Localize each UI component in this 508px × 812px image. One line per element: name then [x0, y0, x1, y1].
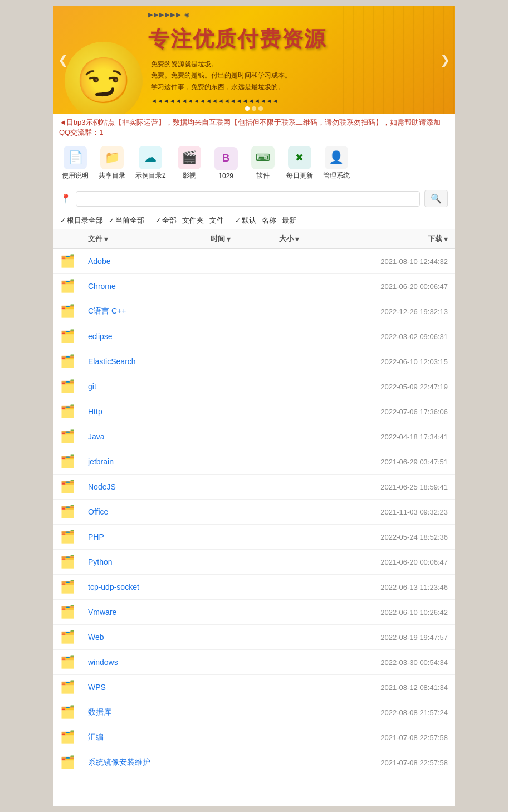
nav-example-dir2-label: 示例目录2: [135, 171, 166, 180]
table-row[interactable]: 🗂️ windows 2022-03-30 00:54:34: [53, 650, 455, 675]
header-size-col[interactable]: 大小 ▾: [279, 234, 348, 244]
table-row[interactable]: 🗂️ 系统镜像安装维护 2021-07-08 22:57:58: [53, 750, 455, 775]
folder-icon: 🗂️: [60, 680, 88, 694]
filter-sort-latest[interactable]: 最新: [282, 216, 296, 226]
filter-sort-latest-label: 最新: [282, 216, 296, 226]
file-name[interactable]: C语言 C++: [88, 306, 211, 316]
filter-sort-name[interactable]: 名称: [262, 216, 276, 226]
file-time: 2021-06-20 00:06:47: [348, 282, 448, 291]
file-time: 2021-08-12 08:41:34: [348, 683, 448, 692]
nav-shared-dir[interactable]: 📁 共享目录: [99, 146, 125, 180]
table-row[interactable]: 🗂️ 汇编 2021-07-08 22:57:58: [53, 725, 455, 750]
filter-type-all[interactable]: ✓ 全部: [155, 216, 177, 226]
file-list: 🗂️ Adobe 2021-08-10 12:44:32 🗂️ Chrome 2…: [53, 249, 455, 775]
file-name[interactable]: NodeJS: [88, 482, 211, 491]
filter-type-file[interactable]: 文件: [209, 216, 224, 226]
file-name[interactable]: Vmware: [88, 608, 211, 617]
file-name[interactable]: Http: [88, 407, 211, 416]
file-name[interactable]: PHP: [88, 532, 211, 541]
table-row[interactable]: 🗂️ eclipse 2022-03-02 09:06:31: [53, 324, 455, 349]
check-icon: ✓: [60, 217, 66, 224]
1029-icon: B: [214, 147, 238, 170]
file-time: 2022-04-18 17:34:41: [348, 433, 448, 441]
file-name[interactable]: ElasticSearch: [88, 357, 211, 366]
nav-usage-guide-label: 使用说明: [62, 171, 89, 180]
header-icon-col: [60, 234, 88, 244]
table-row[interactable]: 🗂️ Http 2022-07-06 17:36:06: [53, 399, 455, 424]
table-row[interactable]: 🗂️ tcp-udp-socket 2022-06-13 11:23:46: [53, 575, 455, 600]
file-name[interactable]: jetbrain: [88, 457, 211, 466]
file-time: 2022-06-13 11:23:46: [348, 583, 448, 591]
banner-dot-1[interactable]: [245, 106, 250, 111]
type-filter-group: ✓ 全部 文件夹 文件: [155, 216, 224, 226]
banner-emoji: 😏: [65, 42, 143, 114]
header-file-col[interactable]: 文件 ▾: [88, 234, 211, 244]
file-name[interactable]: Java: [88, 432, 211, 441]
table-row[interactable]: 🗂️ Java 2022-04-18 17:34:41: [53, 424, 455, 449]
file-name[interactable]: WPS: [88, 683, 211, 692]
nav-movies-label: 影视: [183, 171, 196, 180]
file-name[interactable]: eclipse: [88, 332, 211, 341]
file-time: 2022-05-09 22:47:19: [348, 383, 448, 391]
file-name[interactable]: windows: [88, 658, 211, 667]
search-button[interactable]: 🔍: [424, 190, 448, 207]
header-time-col[interactable]: 时间 ▾: [211, 234, 279, 244]
filter-sort-default[interactable]: ✓ 默认: [235, 216, 256, 226]
file-name[interactable]: tcp-udp-socket: [88, 583, 211, 591]
table-row[interactable]: 🗂️ Office 2021-11-03 09:32:23: [53, 500, 455, 525]
file-name[interactable]: Chrome: [88, 282, 211, 291]
table-row[interactable]: 🗂️ ElasticSearch 2022-06-10 12:03:15: [53, 349, 455, 374]
file-name[interactable]: Office: [88, 507, 211, 516]
nav-icons: 📄 使用说明 📁 共享目录 ☁ 示例目录2 🎬 影视 B 1029 ⌨ 软件 ✖…: [53, 141, 455, 185]
sort-arrow-file: ▾: [104, 235, 108, 243]
software-icon: ⌨: [251, 146, 275, 169]
filter-root-all-label: 根目录全部: [67, 216, 103, 226]
table-row[interactable]: 🗂️ C语言 C++ 2022-12-26 19:32:13: [53, 299, 455, 324]
file-time: 2022-05-24 18:52:36: [348, 533, 448, 541]
filter-type-folder[interactable]: 文件夹: [182, 216, 204, 226]
table-row[interactable]: 🗂️ PHP 2022-05-24 18:52:36: [53, 525, 455, 550]
check-icon: ✓: [109, 217, 114, 224]
table-row[interactable]: 🗂️ Chrome 2021-06-20 00:06:47: [53, 274, 455, 299]
nav-usage-guide[interactable]: 📄 使用说明: [62, 146, 89, 180]
file-name[interactable]: git: [88, 382, 211, 391]
header-download-col[interactable]: 下载 ▾: [348, 234, 448, 244]
file-name[interactable]: Adobe: [88, 257, 211, 266]
file-name[interactable]: 汇编: [88, 732, 211, 742]
file-name[interactable]: 系统镜像安装维护: [88, 757, 211, 767]
file-time: 2021-06-25 18:59:41: [348, 483, 448, 491]
table-row[interactable]: 🗂️ WPS 2021-08-12 08:41:34: [53, 675, 455, 700]
nav-movies[interactable]: 🎬 影视: [176, 146, 203, 180]
table-row[interactable]: 🗂️ jetbrain 2021-06-29 03:47:51: [53, 449, 455, 475]
banner-title: 专注优质付费资源: [148, 25, 443, 53]
filter-current-all[interactable]: ✓ 当前全部: [109, 216, 144, 226]
search-input[interactable]: [76, 191, 420, 207]
filter-bar: ✓ 根目录全部 ✓ 当前全部 ✓ 全部 文件夹 文件 ✓ 默认: [53, 212, 455, 229]
nav-1029[interactable]: B 1029: [213, 147, 240, 180]
table-row[interactable]: 🗂️ Vmware 2022-06-10 10:26:42: [53, 600, 455, 625]
folder-icon: 🗂️: [60, 404, 88, 419]
folder-icon: 🗂️: [60, 279, 88, 294]
file-name[interactable]: Python: [88, 557, 211, 566]
banner-prev-button[interactable]: ❮: [58, 53, 68, 67]
folder-icon: 🗂️: [60, 630, 88, 644]
table-row[interactable]: 🗂️ Web 2022-08-19 19:47:57: [53, 625, 455, 650]
file-name[interactable]: 数据库: [88, 707, 211, 717]
banner-dot-3[interactable]: [258, 106, 263, 111]
file-name[interactable]: Web: [88, 633, 211, 642]
folder-icon: 🗂️: [60, 454, 88, 469]
table-row[interactable]: 🗂️ git 2022-05-09 22:47:19: [53, 374, 455, 399]
table-row[interactable]: 🗂️ 数据库 2022-08-08 21:57:24: [53, 700, 455, 725]
filter-root-all[interactable]: ✓ 根目录全部: [60, 216, 103, 226]
table-row[interactable]: 🗂️ Python 2021-06-20 00:06:47: [53, 550, 455, 575]
nav-daily-update[interactable]: ✖ 每日更新: [286, 146, 313, 180]
banner-dot-2[interactable]: [252, 106, 256, 111]
file-time: 2022-08-19 19:47:57: [348, 633, 448, 642]
nav-management[interactable]: 👤 管理系统: [323, 146, 350, 180]
nav-software[interactable]: ⌨ 软件: [250, 146, 276, 180]
nav-example-dir2[interactable]: ☁ 示例目录2: [135, 146, 166, 180]
check-icon: ✓: [155, 217, 161, 224]
file-time: 2021-08-10 12:44:32: [348, 257, 448, 266]
table-row[interactable]: 🗂️ Adobe 2021-08-10 12:44:32: [53, 249, 455, 274]
table-row[interactable]: 🗂️ NodeJS 2021-06-25 18:59:41: [53, 475, 455, 500]
